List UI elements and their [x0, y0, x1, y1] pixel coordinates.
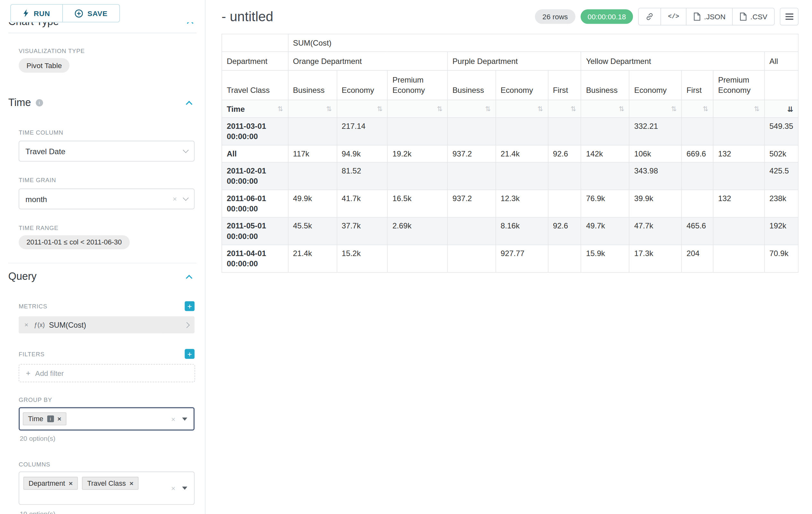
section-divider: [8, 263, 197, 264]
pivot-sort-cell: ⇅: [682, 100, 714, 117]
add-filter-label: Add filter: [35, 369, 64, 377]
remove-metric-icon[interactable]: ×: [24, 321, 28, 329]
chip-label: Time: [28, 415, 43, 423]
embed-code-button[interactable]: </>: [661, 8, 687, 25]
clear-icon[interactable]: ×: [171, 415, 175, 423]
caret-down-icon[interactable]: [182, 487, 187, 490]
remove-icon[interactable]: ×: [57, 415, 61, 422]
info-icon: i: [36, 99, 43, 106]
clear-icon[interactable]: ×: [171, 484, 175, 492]
add-filter-button[interactable]: + Add filter: [19, 364, 195, 382]
pivot-value-cell: 37.7k: [337, 217, 387, 245]
export-csv-button[interactable]: .CSV: [732, 8, 775, 25]
pivot-value-cell: [581, 117, 629, 145]
pivot-value-cell: [682, 190, 714, 217]
metrics-header-row: METRICS +: [19, 301, 195, 311]
pivot-sort-cell: ⇅: [447, 100, 496, 117]
chevron-right-icon[interactable]: [184, 322, 190, 328]
sort-icon[interactable]: ⇅: [537, 105, 543, 113]
time-section-header[interactable]: Time i: [8, 97, 195, 109]
collapse-chevron-icon[interactable]: [187, 23, 194, 26]
export-csv-label: .CSV: [750, 12, 767, 21]
page-title[interactable]: - untitled: [222, 9, 273, 25]
sort-icon[interactable]: ⇅: [326, 105, 332, 113]
sort-icon[interactable]: ⇅: [619, 105, 625, 113]
dimension-chip[interactable]: Travel Class×: [82, 477, 139, 490]
bolt-icon: [23, 9, 29, 17]
dimension-chip[interactable]: Department×: [23, 477, 78, 490]
time-grain-select[interactable]: month ×: [19, 189, 195, 210]
pivot-value-cell: 132: [713, 190, 764, 217]
menu-button[interactable]: [780, 8, 799, 25]
sort-icon[interactable]: ⇅: [278, 104, 283, 114]
pivot-value-cell: 238k: [764, 190, 798, 217]
pivot-data-row: 2011-02-01 00:00:0081.52343.98425.5: [222, 162, 798, 190]
pivot-all-header: All: [764, 52, 798, 70]
pivot-value-cell: 2.69k: [387, 217, 447, 245]
chevron-down-icon[interactable]: [183, 147, 189, 153]
chevron-down-icon[interactable]: [183, 195, 189, 201]
chart-type-section-header[interactable]: Chart Type: [8, 23, 196, 32]
pivot-value-cell: [387, 245, 447, 272]
remove-icon[interactable]: ×: [69, 480, 72, 487]
control-panel-sidebar: RUN SAVE Chart Type VISUALIZATION TYPE P…: [0, 0, 205, 514]
time-range-label: TIME RANGE: [19, 225, 195, 231]
sort-icon[interactable]: ⇅: [377, 105, 383, 113]
sort-icon[interactable]: ⇅: [702, 105, 708, 113]
copy-link-button[interactable]: [638, 8, 661, 25]
sort-icon[interactable]: ⇅: [485, 105, 491, 113]
pivot-value-cell: [288, 117, 337, 145]
pivot-class-header: Business: [447, 70, 496, 100]
pivot-value-cell: [548, 162, 581, 190]
pivot-value-cell: [447, 117, 496, 145]
pivot-value-cell: 132: [713, 145, 764, 162]
group-by-select[interactable]: Timei× ×: [19, 407, 195, 431]
time-column-label: TIME COLUMN: [19, 130, 195, 136]
caret-down-icon[interactable]: [182, 417, 187, 421]
pivot-data-row: 2011-06-01 00:00:0049.9k41.7k16.5k937.21…: [222, 190, 798, 217]
sort-descending-icon[interactable]: ⇊: [787, 105, 793, 113]
pivot-row-label: 2011-05-01 00:00:00: [222, 217, 288, 245]
metric-item[interactable]: × ƒ(x) SUM(Cost): [19, 317, 195, 333]
pivot-row-label: 2011-06-01 00:00:00: [222, 190, 288, 217]
pivot-sort-cell: ⇅: [387, 100, 447, 117]
pivot-sort-cell: ⇅: [629, 100, 682, 117]
pivot-value-cell: [447, 162, 496, 190]
pivot-value-cell: 927.77: [496, 245, 548, 272]
run-button[interactable]: RUN: [10, 4, 63, 23]
dimension-chip[interactable]: Timei×: [23, 412, 66, 425]
sort-icon[interactable]: ⇅: [437, 105, 443, 113]
filters-header-row: FILTERS +: [19, 349, 195, 359]
time-column-select[interactable]: Travel Date: [19, 141, 195, 162]
pivot-value-cell: 47.7k: [629, 217, 682, 245]
sort-icon[interactable]: ⇅: [754, 105, 760, 113]
pivot-class-header: Economy: [496, 70, 548, 100]
add-metric-button[interactable]: +: [185, 301, 195, 311]
time-column-control: TIME COLUMN Travel Date: [19, 130, 195, 162]
pivot-data-row: 2011-03-01 00:00:00217.14332.21549.35: [222, 117, 798, 145]
pivot-sort-cell: ⇅: [337, 100, 387, 117]
clear-icon[interactable]: ×: [173, 195, 177, 203]
pivot-class-header: Premium Economy: [387, 70, 447, 100]
save-button-label: SAVE: [87, 9, 108, 17]
columns-chips: Department×Travel Class×: [23, 476, 171, 491]
time-range-pill[interactable]: 2011-01-01 ≤ col < 2011-06-30: [19, 235, 129, 249]
add-filter-plus-button[interactable]: +: [185, 349, 195, 359]
pivot-value-cell: 549.35: [764, 117, 798, 145]
sort-icon[interactable]: ⇅: [571, 105, 576, 113]
info-icon[interactable]: i: [47, 415, 54, 422]
chart-panel: - untitled 26 rows 00:00:00.18 </> .JSON: [205, 0, 812, 514]
collapse-chevron-icon[interactable]: [186, 275, 193, 281]
section-divider: [8, 33, 197, 33]
save-button[interactable]: SAVE: [62, 4, 120, 23]
pivot-row-label: 2011-02-01 00:00:00: [222, 162, 288, 190]
export-json-button[interactable]: .JSON: [686, 8, 733, 25]
time-grain-label: TIME GRAIN: [19, 177, 195, 183]
collapse-chevron-icon[interactable]: [186, 101, 193, 107]
sort-icon[interactable]: ⇅: [671, 105, 677, 113]
columns-select[interactable]: Department×Travel Class× ×: [19, 471, 195, 505]
remove-icon[interactable]: ×: [130, 480, 134, 487]
visualization-type-value[interactable]: Pivot Table: [19, 58, 70, 73]
query-section-header[interactable]: Query: [8, 270, 195, 282]
app-root: RUN SAVE Chart Type VISUALIZATION TYPE P…: [0, 0, 812, 514]
